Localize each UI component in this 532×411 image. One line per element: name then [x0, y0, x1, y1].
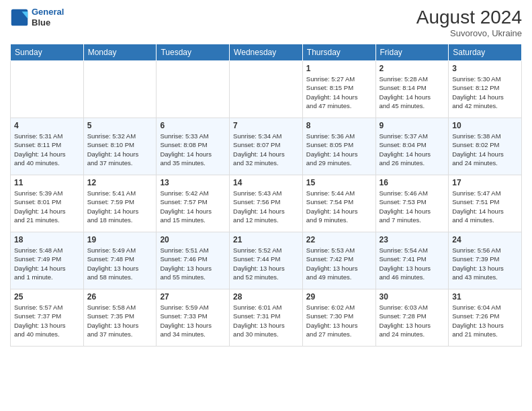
day-number: 6: [160, 121, 226, 130]
day-info: Sunrise: 5:59 AM Sunset: 7:33 PM Dayligh…: [160, 303, 226, 338]
day-info: Sunrise: 5:48 AM Sunset: 7:49 PM Dayligh…: [14, 246, 80, 281]
day-info: Sunrise: 6:04 AM Sunset: 7:26 PM Dayligh…: [452, 303, 518, 338]
day-number: 28: [233, 292, 299, 302]
month-year: August 2024: [416, 7, 522, 28]
day-info: Sunrise: 5:54 AM Sunset: 7:41 PM Dayligh…: [380, 246, 445, 281]
day-info: Sunrise: 5:30 AM Sunset: 8:12 PM Dayligh…: [452, 75, 518, 110]
dow-header: Monday: [83, 44, 157, 61]
calendar-cell: 27Sunrise: 5:59 AM Sunset: 7:33 PM Dayli…: [157, 289, 230, 347]
day-number: 18: [14, 235, 80, 244]
calendar-cell: 14Sunrise: 5:43 AM Sunset: 7:56 PM Dayli…: [230, 175, 303, 232]
day-info: Sunrise: 5:53 AM Sunset: 7:42 PM Dayligh…: [306, 246, 372, 281]
day-info: Sunrise: 5:47 AM Sunset: 7:51 PM Dayligh…: [452, 189, 518, 224]
calendar-cell: [230, 61, 303, 118]
day-number: 13: [160, 178, 226, 187]
calendar-cell: 29Sunrise: 6:02 AM Sunset: 7:30 PM Dayli…: [302, 289, 375, 347]
calendar-cell: 28Sunrise: 6:01 AM Sunset: 7:31 PM Dayli…: [230, 289, 303, 347]
day-info: Sunrise: 5:33 AM Sunset: 8:08 PM Dayligh…: [160, 132, 226, 167]
calendar-cell: 1Sunrise: 5:27 AM Sunset: 8:15 PM Daylig…: [302, 61, 375, 118]
day-number: 1: [306, 64, 372, 73]
day-number: 24: [452, 235, 518, 244]
day-number: 19: [87, 235, 153, 244]
calendar-cell: 13Sunrise: 5:42 AM Sunset: 7:57 PM Dayli…: [157, 175, 230, 232]
day-number: 26: [87, 292, 153, 302]
day-info: Sunrise: 5:37 AM Sunset: 8:04 PM Dayligh…: [380, 132, 445, 167]
day-number: 20: [160, 235, 226, 244]
calendar-cell: 2Sunrise: 5:28 AM Sunset: 8:14 PM Daylig…: [375, 61, 449, 118]
day-info: Sunrise: 5:57 AM Sunset: 7:37 PM Dayligh…: [14, 303, 80, 338]
dow-header: Wednesday: [230, 44, 303, 61]
calendar-cell: [83, 61, 157, 118]
day-info: Sunrise: 5:46 AM Sunset: 7:53 PM Dayligh…: [380, 189, 445, 224]
calendar-cell: 31Sunrise: 6:04 AM Sunset: 7:26 PM Dayli…: [449, 289, 522, 347]
day-number: 12: [87, 178, 153, 187]
calendar-cell: 24Sunrise: 5:56 AM Sunset: 7:39 PM Dayli…: [449, 232, 522, 289]
calendar-cell: 18Sunrise: 5:48 AM Sunset: 7:49 PM Dayli…: [11, 232, 84, 289]
calendar-cell: 23Sunrise: 5:54 AM Sunset: 7:41 PM Dayli…: [375, 232, 449, 289]
day-number: 14: [233, 178, 299, 187]
day-info: Sunrise: 5:38 AM Sunset: 8:02 PM Dayligh…: [452, 132, 518, 167]
day-number: 31: [452, 292, 518, 302]
day-info: Sunrise: 5:27 AM Sunset: 8:15 PM Dayligh…: [306, 75, 372, 110]
calendar-cell: 8Sunrise: 5:36 AM Sunset: 8:05 PM Daylig…: [302, 118, 375, 175]
day-info: Sunrise: 5:44 AM Sunset: 7:54 PM Dayligh…: [306, 189, 372, 224]
day-info: Sunrise: 5:32 AM Sunset: 8:10 PM Dayligh…: [87, 132, 153, 167]
day-info: Sunrise: 5:52 AM Sunset: 7:44 PM Dayligh…: [233, 246, 299, 281]
calendar-cell: 26Sunrise: 5:58 AM Sunset: 7:35 PM Dayli…: [83, 289, 157, 347]
header: General Blue August 2024 Suvorovo, Ukrai…: [10, 7, 522, 38]
day-number: 17: [452, 178, 518, 187]
day-number: 5: [87, 121, 153, 130]
day-info: Sunrise: 5:49 AM Sunset: 7:48 PM Dayligh…: [87, 246, 153, 281]
calendar-container: General Blue August 2024 Suvorovo, Ukrai…: [0, 0, 532, 353]
day-info: Sunrise: 6:01 AM Sunset: 7:31 PM Dayligh…: [233, 303, 299, 338]
day-info: Sunrise: 5:34 AM Sunset: 8:07 PM Dayligh…: [233, 132, 299, 167]
calendar-cell: 19Sunrise: 5:49 AM Sunset: 7:48 PM Dayli…: [83, 232, 157, 289]
day-number: 3: [452, 64, 518, 73]
dow-header: Tuesday: [157, 44, 230, 61]
day-info: Sunrise: 5:43 AM Sunset: 7:56 PM Dayligh…: [233, 189, 299, 224]
title-block: August 2024 Suvorovo, Ukraine: [416, 7, 522, 38]
dow-header: Friday: [375, 44, 449, 61]
day-number: 22: [306, 235, 372, 244]
day-number: 15: [306, 178, 372, 187]
calendar-cell: 21Sunrise: 5:52 AM Sunset: 7:44 PM Dayli…: [230, 232, 303, 289]
day-number: 4: [14, 121, 80, 130]
calendar-cell: 17Sunrise: 5:47 AM Sunset: 7:51 PM Dayli…: [449, 175, 522, 232]
day-number: 2: [380, 64, 445, 73]
logo-text: General Blue: [32, 7, 64, 28]
day-info: Sunrise: 5:41 AM Sunset: 7:59 PM Dayligh…: [87, 189, 153, 224]
day-number: 21: [233, 235, 299, 244]
calendar-cell: 5Sunrise: 5:32 AM Sunset: 8:10 PM Daylig…: [83, 118, 157, 175]
calendar-cell: 25Sunrise: 5:57 AM Sunset: 7:37 PM Dayli…: [11, 289, 84, 347]
day-info: Sunrise: 5:58 AM Sunset: 7:35 PM Dayligh…: [87, 303, 153, 338]
day-number: 16: [380, 178, 445, 187]
calendar-cell: 4Sunrise: 5:31 AM Sunset: 8:11 PM Daylig…: [11, 118, 84, 175]
location: Suvorovo, Ukraine: [416, 28, 522, 38]
day-info: Sunrise: 5:51 AM Sunset: 7:46 PM Dayligh…: [160, 246, 226, 281]
calendar-cell: 3Sunrise: 5:30 AM Sunset: 8:12 PM Daylig…: [449, 61, 522, 118]
calendar-cell: [157, 61, 230, 118]
day-info: Sunrise: 5:28 AM Sunset: 8:14 PM Dayligh…: [380, 75, 445, 110]
day-info: Sunrise: 5:39 AM Sunset: 8:01 PM Dayligh…: [14, 189, 80, 224]
calendar-cell: 10Sunrise: 5:38 AM Sunset: 8:02 PM Dayli…: [449, 118, 522, 175]
day-number: 8: [306, 121, 372, 130]
day-number: 11: [14, 178, 80, 187]
day-number: 23: [380, 235, 445, 244]
day-number: 29: [306, 292, 372, 302]
day-number: 27: [160, 292, 226, 302]
calendar-cell: 16Sunrise: 5:46 AM Sunset: 7:53 PM Dayli…: [375, 175, 449, 232]
calendar-cell: 22Sunrise: 5:53 AM Sunset: 7:42 PM Dayli…: [302, 232, 375, 289]
calendar-cell: 15Sunrise: 5:44 AM Sunset: 7:54 PM Dayli…: [302, 175, 375, 232]
calendar-cell: [11, 61, 84, 118]
day-info: Sunrise: 6:02 AM Sunset: 7:30 PM Dayligh…: [306, 303, 372, 338]
calendar-cell: 30Sunrise: 6:03 AM Sunset: 7:28 PM Dayli…: [375, 289, 449, 347]
day-number: 30: [380, 292, 445, 302]
day-number: 10: [452, 121, 518, 130]
calendar-cell: 6Sunrise: 5:33 AM Sunset: 8:08 PM Daylig…: [157, 118, 230, 175]
day-info: Sunrise: 5:56 AM Sunset: 7:39 PM Dayligh…: [452, 246, 518, 281]
day-number: 25: [14, 292, 80, 302]
calendar-cell: 9Sunrise: 5:37 AM Sunset: 8:04 PM Daylig…: [375, 118, 449, 175]
day-info: Sunrise: 5:36 AM Sunset: 8:05 PM Dayligh…: [306, 132, 372, 167]
calendar-cell: 20Sunrise: 5:51 AM Sunset: 7:46 PM Dayli…: [157, 232, 230, 289]
dow-header: Sunday: [11, 44, 84, 61]
